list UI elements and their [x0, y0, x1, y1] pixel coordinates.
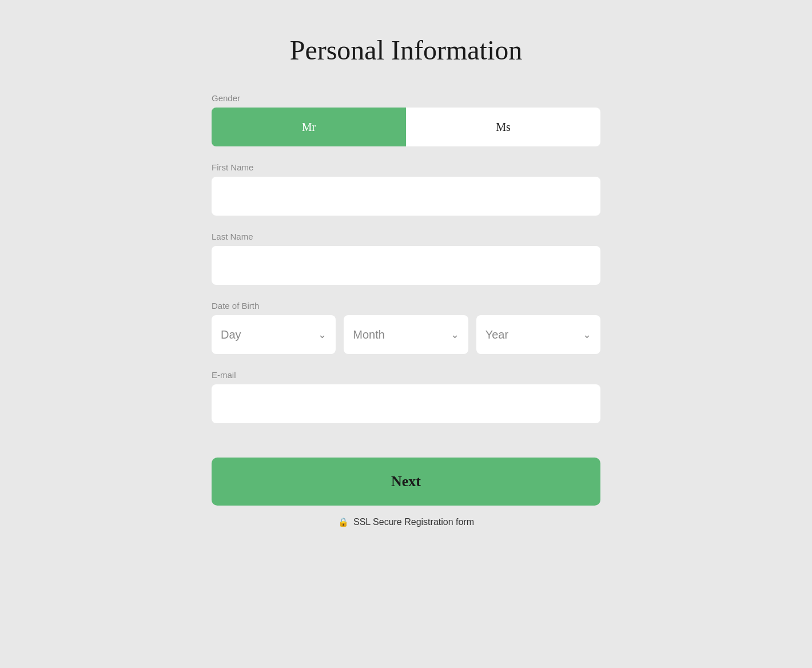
- last-name-field: Last Name: [212, 232, 600, 285]
- day-wrapper: Day 12345 678910 1112131415 1617181920 2…: [212, 315, 336, 354]
- form-container: Personal Information Gender Mr Ms First …: [212, 23, 600, 527]
- first-name-field: First Name: [212, 162, 600, 216]
- last-name-input[interactable]: [212, 246, 600, 285]
- last-name-label: Last Name: [212, 232, 600, 241]
- lock-icon: 🔒: [338, 517, 349, 527]
- ssl-row: 🔒 SSL Secure Registration form: [212, 517, 600, 527]
- email-label: E-mail: [212, 370, 600, 380]
- gender-toggle: Mr Ms: [212, 108, 600, 146]
- gender-field: Gender Mr Ms: [212, 93, 600, 146]
- month-wrapper: Month JanuaryFebruaryMarch AprilMayJune …: [344, 315, 468, 354]
- year-select[interactable]: Year // generate years inline for (let y…: [476, 315, 600, 354]
- ssl-label: SSL Secure Registration form: [353, 517, 474, 527]
- next-button[interactable]: Next: [212, 458, 600, 506]
- first-name-label: First Name: [212, 162, 600, 172]
- email-field: E-mail: [212, 370, 600, 423]
- gender-ms-button[interactable]: Ms: [406, 108, 600, 146]
- dob-row: Day 12345 678910 1112131415 1617181920 2…: [212, 315, 600, 354]
- dob-label: Date of Birth: [212, 301, 600, 311]
- gender-label: Gender: [212, 93, 600, 103]
- first-name-input[interactable]: [212, 177, 600, 216]
- year-wrapper: Year // generate years inline for (let y…: [476, 315, 600, 354]
- month-select[interactable]: Month JanuaryFebruaryMarch AprilMayJune …: [344, 315, 468, 354]
- email-input[interactable]: [212, 384, 600, 423]
- gender-mr-button[interactable]: Mr: [212, 108, 406, 146]
- day-select[interactable]: Day 12345 678910 1112131415 1617181920 2…: [212, 315, 336, 354]
- page-title: Personal Information: [212, 34, 600, 66]
- dob-field: Date of Birth Day 12345 678910 111213141…: [212, 301, 600, 354]
